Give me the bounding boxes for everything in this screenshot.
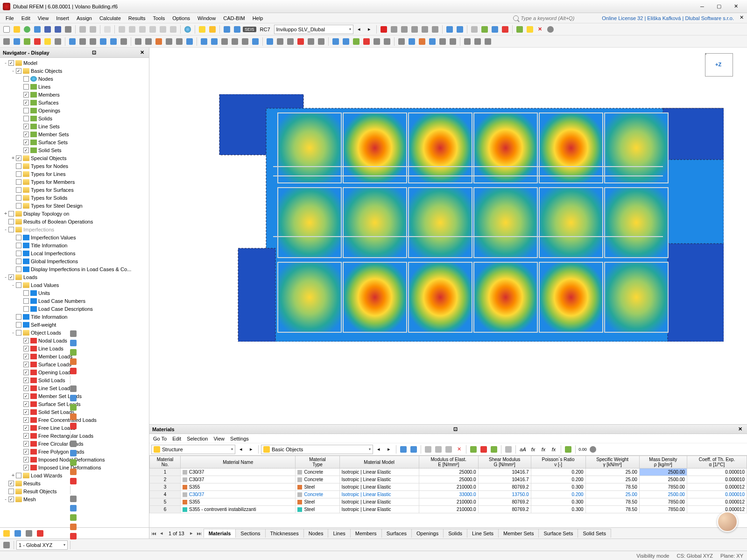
materials-table[interactable]: MaterialNo.Material NameMaterialTypeMate… <box>149 455 747 513</box>
tree-loads[interactable]: -✓Loads <box>0 273 149 281</box>
tool2-22-icon[interactable] <box>240 37 250 46</box>
tbl3-icon[interactable] <box>444 445 453 454</box>
save-all-icon[interactable] <box>53 25 63 34</box>
bottom-tool-11-icon[interactable] <box>69 448 78 458</box>
tbl1-icon[interactable] <box>423 445 433 454</box>
bottom-tool-2-icon[interactable] <box>69 348 78 357</box>
tool2-9-icon[interactable] <box>99 37 108 46</box>
checkbox[interactable]: ✓ <box>23 457 29 462</box>
tree-surface-sets[interactable]: ✓Surface Sets <box>0 138 149 146</box>
import-icon[interactable] <box>33 25 42 34</box>
tool2-38-icon[interactable] <box>417 37 427 46</box>
menu-edit[interactable]: Edit <box>18 14 34 22</box>
check-icon[interactable] <box>515 25 524 34</box>
tool2-3-icon[interactable] <box>33 37 42 46</box>
mat-menu-settings[interactable]: Settings <box>230 436 249 441</box>
tool2-30-icon[interactable] <box>331 37 340 46</box>
tool2-20-icon[interactable] <box>220 37 229 46</box>
last-page-icon[interactable]: ⏭ <box>195 531 204 536</box>
ins3-icon[interactable] <box>489 445 499 454</box>
checkbox[interactable] <box>16 187 21 193</box>
nav-tab-data-icon[interactable] <box>2 529 11 538</box>
undo-icon[interactable] <box>78 25 87 34</box>
tree-member-sets[interactable]: ✓Member Sets <box>0 130 149 138</box>
structure-combo[interactable]: Structure▾ <box>151 445 235 454</box>
tab-solids[interactable]: Solids <box>443 529 467 538</box>
model-viewport[interactable]: +Z <box>149 48 747 424</box>
checkbox[interactable]: ✓ <box>23 338 29 343</box>
delete-row-icon[interactable]: ✕ <box>454 445 464 454</box>
mdi-close-button[interactable]: ✕ <box>738 14 745 22</box>
checkbox[interactable]: ✓ <box>23 441 29 447</box>
basic-prev-icon[interactable]: ◂ <box>374 445 383 454</box>
menu-tools[interactable]: Tools <box>149 14 169 22</box>
tool2-4-icon[interactable] <box>43 37 52 46</box>
col-name[interactable]: Material Name <box>181 456 296 469</box>
maximize-button[interactable]: ▢ <box>711 1 727 12</box>
checkbox[interactable] <box>8 219 14 224</box>
view3-icon[interactable] <box>138 25 147 34</box>
tree-members[interactable]: ✓Members <box>0 91 149 98</box>
col-type[interactable]: MaterialType <box>296 456 339 469</box>
table-row[interactable]: 4C30/37ConcreteIsotropic | Linear Elasti… <box>150 491 747 498</box>
tab-openings[interactable]: Openings <box>411 529 444 538</box>
tree-load-values[interactable]: -Load Values <box>0 281 149 289</box>
tab-members[interactable]: Members <box>350 529 382 538</box>
checkbox[interactable] <box>16 259 21 264</box>
tree-load-case-descriptions[interactable]: Load Case Descriptions <box>0 305 149 313</box>
tool2-31-icon[interactable] <box>341 37 351 46</box>
tree-surfaces[interactable]: ✓Surfaces <box>0 98 149 106</box>
tree-types-for-solids[interactable]: Types for Solids <box>0 194 149 202</box>
tool2-8-icon[interactable] <box>88 37 98 46</box>
table-row[interactable]: 6S355 - controventi instabilizzantiSteel… <box>150 506 747 513</box>
checkbox[interactable]: ✓ <box>16 155 21 161</box>
save-icon[interactable] <box>43 25 52 34</box>
open-icon[interactable] <box>12 25 21 34</box>
tree-imperfections[interactable]: -Imperfections <box>0 225 149 233</box>
checkbox[interactable]: ✓ <box>23 417 29 423</box>
view2-icon[interactable] <box>127 25 137 34</box>
tab-sections[interactable]: Sections <box>235 529 265 538</box>
menu-cad-bim[interactable]: CAD-BIM <box>219 14 248 22</box>
tool2-7-icon[interactable] <box>78 37 87 46</box>
calc2-icon[interactable] <box>233 25 242 34</box>
tool-b-icon[interactable] <box>400 25 409 34</box>
tool2-2-icon[interactable] <box>22 37 32 46</box>
checkbox[interactable] <box>23 76 29 82</box>
tool-e-icon[interactable] <box>430 25 440 34</box>
checkbox[interactable] <box>16 243 21 248</box>
search-input[interactable] <box>521 15 595 21</box>
pointer-icon[interactable] <box>399 445 408 454</box>
calc1-icon[interactable] <box>222 25 232 34</box>
menu-window[interactable]: Window <box>194 14 219 22</box>
tree-types-for-nodes[interactable]: Types for Nodes <box>0 162 149 170</box>
checkbox[interactable]: ✓ <box>8 274 14 280</box>
menu-view[interactable]: View <box>34 14 53 22</box>
checkbox[interactable] <box>23 306 29 312</box>
menu-calculate[interactable]: Calculate <box>96 14 125 22</box>
tab-lines[interactable]: Lines <box>328 529 350 538</box>
tree-basic-objects[interactable]: -✓Basic Objects <box>0 67 149 75</box>
tab-materials[interactable]: Materials <box>204 529 236 538</box>
tool2-37-icon[interactable] <box>407 37 416 46</box>
tab-surfaces[interactable]: Surfaces <box>381 529 412 538</box>
grid2-icon[interactable] <box>480 25 489 34</box>
checkbox[interactable]: ✓ <box>23 147 29 153</box>
bottom-tool-5-icon[interactable] <box>69 384 78 393</box>
fx3-icon[interactable]: fx <box>539 445 548 454</box>
first-page-icon[interactable]: ⏮ <box>149 531 158 536</box>
tool2-13-icon[interactable] <box>144 37 153 46</box>
mat-menu-edit[interactable]: Edit <box>172 436 181 441</box>
tool-d-icon[interactable] <box>420 25 430 34</box>
minimize-button[interactable]: ─ <box>694 1 711 12</box>
tree-line-sets[interactable]: ✓Line Sets <box>0 122 149 130</box>
tool2-26-icon[interactable] <box>286 37 295 46</box>
col-gamma[interactable]: Specific Weightγ [kN/m³] <box>585 456 639 469</box>
tool2-39-icon[interactable] <box>428 37 437 46</box>
tree-imperfection-values[interactable]: Imperfection Values <box>0 233 149 241</box>
tree-title-information[interactable]: Title Information <box>0 241 149 249</box>
checkbox[interactable]: ✓ <box>23 385 29 391</box>
tool2-43-icon[interactable] <box>473 37 482 46</box>
view6-icon[interactable] <box>169 25 178 34</box>
tree-lines[interactable]: Lines <box>0 83 149 91</box>
